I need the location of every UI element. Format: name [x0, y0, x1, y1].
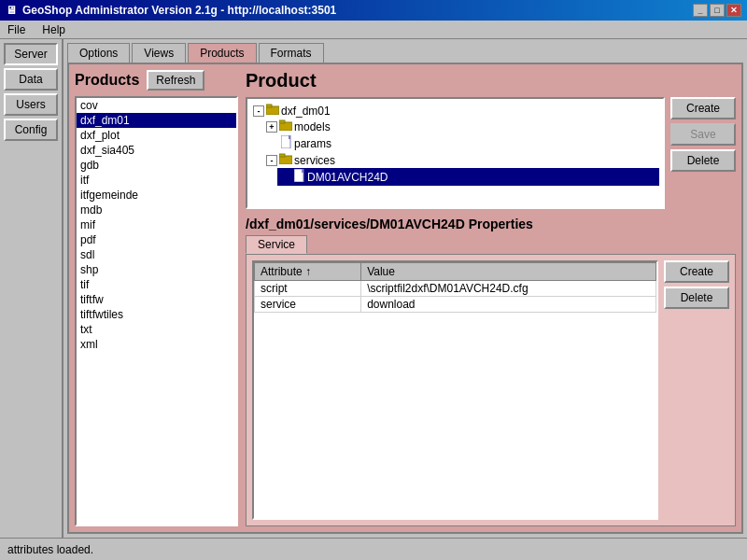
product-list-title: Products — [75, 72, 139, 89]
app-title: GeoShop Administrator Version 2.1g - htt… — [22, 4, 336, 17]
tree-panel[interactable]: -dxf_dm01+modelsparams-servicesDM01AVCH2… — [246, 97, 665, 209]
tree-item-label: DM01AVCH24D — [307, 171, 388, 184]
properties-tab-bar: Service — [246, 235, 736, 254]
tree-item[interactable]: params — [264, 134, 659, 152]
file-icon — [294, 169, 305, 185]
props-create-button[interactable]: Create — [664, 260, 729, 283]
cell-value: \scriptfil2dxf\DM01AVCH24D.cfg — [361, 281, 656, 297]
product-item[interactable]: dxf_dm01 — [77, 113, 236, 128]
properties-buttons: Create Delete — [664, 260, 729, 520]
product-item[interactable]: shp — [77, 262, 236, 277]
tree-create-button[interactable]: Create — [670, 97, 736, 119]
tab-options[interactable]: Options — [67, 43, 130, 63]
menu-help[interactable]: Help — [38, 22, 69, 37]
sidebar-users[interactable]: Users — [4, 93, 58, 116]
tree-buttons: Create Save Delete — [670, 97, 736, 209]
sidebar-data[interactable]: Data — [4, 68, 58, 91]
product-list-panel: Products Refresh covdxf_dm01dxf_plotdxf_… — [75, 70, 238, 526]
minimize-button[interactable]: _ — [693, 4, 708, 17]
titlebar: 🖥 GeoShop Administrator Version 2.1g - h… — [0, 0, 747, 21]
product-list-header: Products Refresh — [75, 70, 238, 91]
titlebar-title: 🖥 GeoShop Administrator Version 2.1g - h… — [6, 4, 336, 17]
col-attribute: Attribute ↑ — [255, 263, 361, 281]
product-detail-panel: Product -dxf_dm01+modelsparams-servicesD… — [246, 70, 736, 526]
product-item[interactable]: pdf — [77, 232, 236, 247]
cell-value: download — [361, 297, 656, 313]
properties-table: Attribute ↑ Value script\scriptfil2dxf\D… — [254, 262, 656, 313]
tab-products[interactable]: Products — [188, 43, 256, 63]
product-item[interactable]: sdl — [77, 247, 236, 262]
tree-delete-button[interactable]: Delete — [670, 149, 736, 172]
col-value: Value — [361, 263, 656, 281]
svg-rect-7 — [279, 154, 285, 157]
sidebar-server[interactable]: Server — [4, 43, 58, 65]
tab-formats[interactable]: Formats — [259, 43, 324, 63]
titlebar-controls: _ □ ✕ — [693, 4, 741, 17]
product-listbox[interactable]: covdxf_dm01dxf_plotdxf_sia405gdbitfitfge… — [75, 96, 238, 526]
tab-bar: Options Views Products Formats — [67, 43, 743, 63]
tree-item-label: services — [294, 154, 335, 167]
tree-save-button[interactable]: Save — [670, 123, 736, 146]
product-item[interactable]: gdb — [77, 158, 236, 173]
maximize-button[interactable]: □ — [710, 4, 725, 17]
refresh-button[interactable]: Refresh — [147, 70, 204, 91]
content-area: Options Views Products Formats Products … — [63, 39, 747, 538]
svg-marker-9 — [302, 169, 303, 173]
table-row[interactable]: servicedownload — [255, 297, 656, 313]
tab-panel: Products Refresh covdxf_dm01dxf_plotdxf_… — [67, 63, 743, 534]
tree-item-label: dxf_dm01 — [281, 105, 331, 118]
product-detail-title: Product — [246, 70, 736, 91]
tree-item[interactable]: -dxf_dm01 — [251, 103, 659, 119]
product-item[interactable]: txt — [77, 322, 236, 337]
properties-table-container: Attribute ↑ Value script\scriptfil2dxf\D… — [252, 260, 658, 520]
product-item[interactable]: tif — [77, 277, 236, 292]
menu-file[interactable]: File — [4, 22, 29, 37]
product-item[interactable]: itf — [77, 173, 236, 188]
tree-expander-icon[interactable]: + — [266, 121, 277, 133]
product-item[interactable]: mdb — [77, 203, 236, 217]
properties-section: /dxf_dm01/services/DM01AVCH24D Propertie… — [246, 217, 736, 526]
cell-attribute: script — [255, 281, 361, 297]
product-item[interactable]: xml — [77, 337, 236, 352]
folder-icon — [279, 153, 292, 167]
tree-item-label: models — [294, 120, 331, 133]
product-item[interactable]: tiftfw — [77, 292, 236, 307]
sidebar: Server Data Users Config — [0, 39, 63, 538]
svg-rect-3 — [279, 120, 285, 123]
product-item[interactable]: dxf_sia405 — [77, 143, 236, 158]
statusbar: attributes loaded. — [0, 538, 747, 560]
props-delete-button[interactable]: Delete — [664, 287, 729, 309]
product-item[interactable]: dxf_plot — [77, 128, 236, 143]
tree-item-label: params — [294, 137, 331, 150]
file-icon — [281, 135, 292, 151]
tree-expander-icon[interactable]: - — [253, 105, 264, 117]
properties-tbody: script\scriptfil2dxf\DM01AVCH24D.cfgserv… — [255, 281, 656, 313]
product-item[interactable]: itfgemeinde — [77, 188, 236, 203]
tree-item[interactable]: -services — [264, 152, 659, 168]
close-button[interactable]: ✕ — [726, 4, 741, 17]
properties-path: /dxf_dm01/services/DM01AVCH24D Propertie… — [246, 217, 736, 231]
folder-icon — [279, 119, 292, 133]
tree-item[interactable]: +models — [264, 119, 659, 134]
table-row[interactable]: script\scriptfil2dxf\DM01AVCH24D.cfg — [255, 281, 656, 297]
app-icon: 🖥 — [6, 4, 17, 17]
svg-marker-5 — [289, 135, 290, 139]
properties-content: Attribute ↑ Value script\scriptfil2dxf\D… — [246, 254, 736, 526]
product-item[interactable]: cov — [77, 98, 236, 113]
tree-item[interactable]: DM01AVCH24D — [277, 168, 659, 186]
cell-attribute: service — [255, 297, 361, 313]
main-area: Server Data Users Config Options Views P… — [0, 39, 747, 538]
product-item[interactable]: mif — [77, 217, 236, 232]
status-text: attributes loaded. — [7, 543, 93, 556]
product-item[interactable]: tiftfwtiles — [77, 307, 236, 322]
sidebar-config[interactable]: Config — [4, 119, 58, 141]
props-tab-service[interactable]: Service — [246, 235, 307, 254]
folder-icon — [266, 104, 279, 118]
tree-area: -dxf_dm01+modelsparams-servicesDM01AVCH2… — [246, 97, 736, 209]
svg-rect-1 — [266, 105, 272, 107]
tree-expander-icon[interactable]: - — [266, 155, 277, 166]
menubar: File Help — [0, 21, 747, 39]
tab-views[interactable]: Views — [132, 43, 186, 63]
